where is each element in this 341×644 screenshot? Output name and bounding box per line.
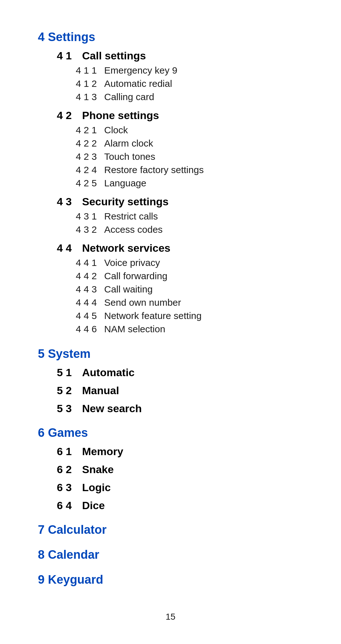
toc-item-4-4-6: 4 4 6NAM selection xyxy=(38,322,303,336)
subsection-number: 4 2 xyxy=(57,109,82,122)
section-heading-8: 8 Calendar xyxy=(38,548,303,562)
toc-item-4-1-1: 4 1 1Emergency key 9 xyxy=(38,64,303,77)
page-number: 15 xyxy=(38,612,303,622)
toc-item-4-1-3: 4 1 3Calling card xyxy=(38,90,303,104)
subsection-number: 4 3 xyxy=(57,196,82,208)
subsection-number: 6 4 xyxy=(57,499,82,512)
section-8: 8 Calendar xyxy=(38,548,303,562)
subsection-heading-4-4: 4 4Network services xyxy=(38,242,303,254)
section-9: 9 Keyguard xyxy=(38,573,303,587)
subsection-heading-4-2: 4 2Phone settings xyxy=(38,109,303,122)
subsection-6-1: 6 1Memory xyxy=(38,445,303,458)
toc-item-4-2-3: 4 2 3Touch tones xyxy=(38,150,303,163)
subsection-heading-6-4: 6 4Dice xyxy=(38,499,303,512)
section-heading-9: 9 Keyguard xyxy=(38,573,303,587)
section-4: 4 Settings4 1Call settings4 1 1Emergency… xyxy=(38,30,303,336)
item-number: 4 2 5 xyxy=(76,178,104,189)
toc-item-4-2-5: 4 2 5Language xyxy=(38,177,303,190)
subsection-4-2: 4 2Phone settings4 2 1Clock4 2 2Alarm cl… xyxy=(38,109,303,190)
toc-item-4-3-2: 4 3 2Access codes xyxy=(38,223,303,236)
toc-item-4-4-2: 4 4 2Call forwarding xyxy=(38,269,303,283)
section-7: 7 Calculator xyxy=(38,523,303,537)
subsection-number: 5 3 xyxy=(57,402,82,415)
subsection-4-4: 4 4Network services4 4 1Voice privacy4 4… xyxy=(38,242,303,336)
subsection-number: 6 1 xyxy=(57,445,82,458)
subsection-4-1: 4 1Call settings4 1 1Emergency key 94 1 … xyxy=(38,50,303,104)
item-number: 4 1 1 xyxy=(76,65,104,76)
subsection-6-3: 6 3Logic xyxy=(38,481,303,494)
subsection-heading-4-3: 4 3Security settings xyxy=(38,196,303,208)
subsection-heading-4-1: 4 1Call settings xyxy=(38,50,303,62)
section-heading-4: 4 Settings xyxy=(38,30,303,44)
toc-item-4-4-3: 4 4 3Call waiting xyxy=(38,283,303,296)
subsection-number: 6 2 xyxy=(57,463,82,476)
item-number: 4 2 2 xyxy=(76,138,104,149)
subsection-heading-6-2: 6 2Snake xyxy=(38,463,303,476)
toc-item-4-4-4: 4 4 4Send own number xyxy=(38,296,303,309)
toc-container: 4 Settings4 1Call settings4 1 1Emergency… xyxy=(38,30,303,587)
subsection-4-3: 4 3Security settings4 3 1Restrict calls4… xyxy=(38,196,303,236)
subsection-heading-6-1: 6 1Memory xyxy=(38,445,303,458)
section-6: 6 Games6 1Memory6 2Snake6 3Logic6 4Dice xyxy=(38,426,303,512)
toc-item-4-1-2: 4 1 2Automatic redial xyxy=(38,77,303,90)
subsection-5-3: 5 3New search xyxy=(38,402,303,415)
subsection-heading-5-3: 5 3New search xyxy=(38,402,303,415)
toc-item-4-4-5: 4 4 5Network feature setting xyxy=(38,309,303,322)
item-number: 4 4 1 xyxy=(76,257,104,268)
toc-item-4-2-2: 4 2 2Alarm clock xyxy=(38,137,303,150)
item-number: 4 2 4 xyxy=(76,165,104,175)
section-heading-7: 7 Calculator xyxy=(38,523,303,537)
item-number: 4 1 3 xyxy=(76,92,104,102)
subsection-heading-5-1: 5 1Automatic xyxy=(38,366,303,379)
item-number: 4 4 4 xyxy=(76,297,104,308)
toc-item-4-2-4: 4 2 4Restore factory settings xyxy=(38,163,303,177)
toc-item-4-3-1: 4 3 1Restrict calls xyxy=(38,210,303,223)
subsection-5-2: 5 2Manual xyxy=(38,384,303,397)
subsection-heading-6-3: 6 3Logic xyxy=(38,481,303,494)
item-number: 4 3 1 xyxy=(76,211,104,222)
section-heading-5: 5 System xyxy=(38,347,303,361)
subsection-number: 4 1 xyxy=(57,50,82,62)
item-number: 4 4 3 xyxy=(76,284,104,295)
subsection-number: 4 4 xyxy=(57,242,82,254)
item-number: 4 2 3 xyxy=(76,151,104,162)
item-number: 4 4 5 xyxy=(76,310,104,321)
toc-item-4-2-1: 4 2 1Clock xyxy=(38,123,303,137)
item-number: 4 4 6 xyxy=(76,324,104,334)
item-number: 4 1 2 xyxy=(76,78,104,89)
item-number: 4 3 2 xyxy=(76,224,104,235)
subsection-6-4: 6 4Dice xyxy=(38,499,303,512)
section-heading-6: 6 Games xyxy=(38,426,303,440)
toc-item-4-4-1: 4 4 1Voice privacy xyxy=(38,256,303,269)
subsection-heading-5-2: 5 2Manual xyxy=(38,384,303,397)
subsection-5-1: 5 1Automatic xyxy=(38,366,303,379)
item-number: 4 2 1 xyxy=(76,125,104,135)
section-5: 5 System5 1Automatic5 2Manual5 3New sear… xyxy=(38,347,303,415)
subsection-6-2: 6 2Snake xyxy=(38,463,303,476)
subsection-number: 6 3 xyxy=(57,481,82,494)
subsection-number: 5 1 xyxy=(57,366,82,379)
item-number: 4 4 2 xyxy=(76,271,104,281)
subsection-number: 5 2 xyxy=(57,384,82,397)
